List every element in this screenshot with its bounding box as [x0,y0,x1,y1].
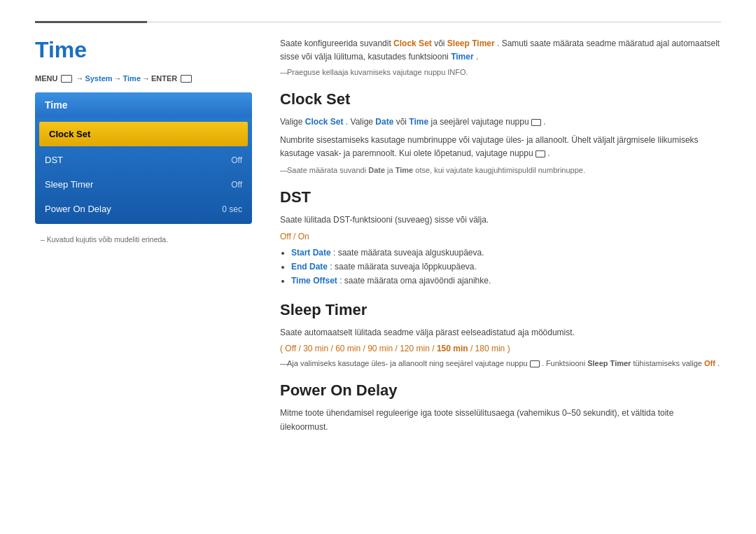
cs-t3: või [396,117,410,127]
power-on-delay-value: 0 sec [222,204,242,214]
sleep-timer-section-title: Sleep Timer [280,301,721,319]
arrow2: → [114,74,122,83]
power-on-delay-text1: Mitme toote ühendamisel reguleerige iga … [280,407,721,433]
dst-options-text: Off / On [280,232,309,241]
cs-enter-icon [531,119,541,126]
arrow1: → [76,74,83,83]
menu-label: MENU [35,74,57,83]
dst-time-offset: Time Offset [291,276,337,286]
menu-item-clock-set[interactable]: Clock Set [39,122,248,146]
dst-start-date: Start Date [291,248,331,258]
sleep-options-close: ) [507,344,510,353]
sleep-timer-note: Aja valimiseks kasutage üles- ja allanoo… [280,358,721,370]
sleep-options-open: ( [280,344,283,353]
dst-bullet-3: Time Offset : saate määrata oma ajavöönd… [291,274,721,288]
enter-icon-box [181,75,192,83]
info-note-text: Praeguse kellaaja kuvamiseks vajutage nu… [287,68,468,76]
cs-enter-icon2 [536,150,545,157]
right-panel: Saate konfigureerida suvandit Clock Set … [280,37,721,438]
sleep-options-text: Off / 30 min / 60 min / 90 min / 120 min… [285,344,437,353]
intro-timer: Timer [451,52,473,62]
menu-icon-box [61,75,72,83]
sleep-note-t1: Aja valimiseks kasutage üles- ja allanoo… [287,359,530,367]
sleep-options-150: 150 min [437,344,468,353]
left-note: – Kuvatud kujutis võib mudeliti erineda. [35,235,252,244]
menu-box-header: Time [35,92,252,118]
cs-date: Date [375,117,393,127]
sleep-timer-text1: Saate automaatselt lülitada seadme välja… [280,326,721,339]
cs-link: Clock Set [305,117,344,127]
clock-set-text2: Numbrite sisestamiseks kasutage numbrinu… [280,134,721,160]
dst-bullet-1: Start Date : saate määrata suveaja algus… [291,246,721,260]
dst-start-date-text: : saate määrata suveaja alguskuupäeva. [333,248,484,258]
menu-item-sleep-timer[interactable]: Sleep Timer Off [35,172,252,197]
time-label: Time [123,74,141,83]
intro-text: Saate konfigureerida suvandit Clock Set … [280,37,721,64]
dst-end-date: End Date [291,262,328,272]
intro-text2: või [434,38,447,48]
sleep-enter-icon [530,360,540,367]
cs-t2: . Valige [346,117,375,127]
clock-set-section-title: Clock Set [280,90,721,108]
page-container: Time MENU → System → Time → ENTER Time C… [0,0,756,452]
intro-clock-set: Clock Set [393,38,432,48]
sleep-note-t4: . [718,359,720,367]
sleep-options-slash: / 180 min [470,344,505,353]
cs-t6: Numbrite sisestamiseks kasutage numbrinu… [280,135,699,158]
clock-set-note: Saate määrata suvandi Date ja Time otse,… [280,164,721,176]
dst-text1: Saate lülitada DST-funktsiooni (suveaeg)… [280,213,721,227]
sleep-timer-label: Sleep Timer [45,179,93,190]
intro-text4: . [476,52,478,62]
dst-bullet-2: End Date : saate määrata suveaja lõppkuu… [291,260,721,274]
info-note: Praeguse kellaaja kuvamiseks vajutage nu… [280,68,721,76]
system-label: System [85,74,112,83]
left-note-dash: – [41,235,47,244]
power-on-delay-section-title: Power On Delay [280,381,721,400]
clock-set-text1: Valige Clock Set . Valige Date või Time … [280,115,721,129]
intro-text1: Saate konfigureerida suvandit [280,38,393,48]
left-panel: Time MENU → System → Time → ENTER Time C… [35,37,252,438]
arrow3: → [142,74,150,83]
main-layout: Time MENU → System → Time → ENTER Time C… [0,23,756,452]
dst-options: Off / On [280,232,721,241]
dst-value: Off [231,155,242,165]
dst-label: DST [45,155,63,165]
cs-time: Time [409,117,428,127]
clock-set-label: Clock Set [49,129,90,139]
enter-label: ENTER [151,74,177,83]
intro-sleep-timer: Sleep Timer [447,38,495,48]
sleep-note-t2: . Funktsiooni [542,359,587,367]
dst-time-offset-text: : saate määrata oma ajavööndi ajanihke. [340,276,491,286]
menu-path: MENU → System → Time → ENTER [35,74,252,83]
cs-t5: . [543,117,545,127]
cs-t4: ja seejärel vajutage nuppu [431,117,531,127]
power-on-delay-label: Power On Delay [45,204,111,214]
dst-end-date-text: : saate määrata suveaja lõppkuupäeva. [330,262,476,272]
cs-note-text: Saate määrata suvandi Date ja Time otse,… [287,166,585,174]
sleep-note-bold: Sleep Timer [587,359,631,367]
sleep-note-t3: tühistamiseks valige [633,359,704,367]
page-title: Time [35,37,252,63]
sleep-note-off: Off [704,359,715,367]
cs-t7: . [547,148,550,158]
divider-light [147,22,721,22]
left-note-text: Kuvatud kujutis võib mudeliti erineda. [47,235,168,244]
dst-bullet-list: Start Date : saate määrata suveaja algus… [291,246,721,288]
cs-t1: Valige [280,117,305,127]
sleep-timer-options: ( Off / 30 min / 60 min / 90 min / 120 m… [280,344,721,353]
menu-item-dst[interactable]: DST Off [35,148,252,172]
menu-items: Clock Set DST Off Sleep Timer Off Power … [35,118,252,224]
dst-section-title: DST [280,188,721,206]
menu-item-power-on-delay[interactable]: Power On Delay 0 sec [35,197,252,221]
menu-box: Time Clock Set DST Off Sleep Timer Off P… [35,92,252,224]
sleep-timer-value: Off [231,180,242,190]
